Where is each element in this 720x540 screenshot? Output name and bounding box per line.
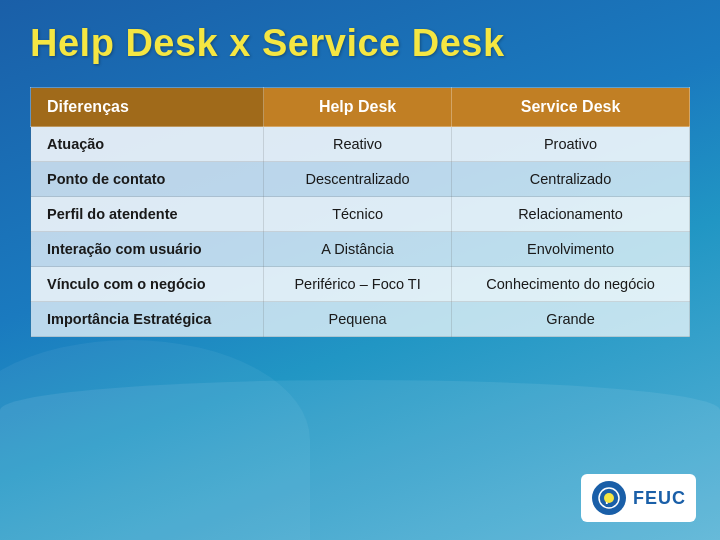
main-container: Help Desk x Service Desk Diferenças Help… [0, 0, 720, 357]
table-header-row: Diferenças Help Desk Service Desk [31, 88, 690, 127]
table-cell-r4-c1: Periférico – Foco TI [264, 267, 452, 302]
table-body: AtuaçãoReativoProativoPonto de contatoDe… [31, 127, 690, 337]
col-header-servicedesk: Service Desk [452, 88, 690, 127]
table-cell-r5-c2: Grande [452, 302, 690, 337]
page-title: Help Desk x Service Desk [30, 22, 690, 65]
table-cell-r4-c2: Conhecimento do negócio [452, 267, 690, 302]
logo-area: F FEUC [581, 474, 696, 522]
table-cell-r1-c1: Descentralizado [264, 162, 452, 197]
bg-decoration-2 [0, 340, 310, 540]
table-row: AtuaçãoReativoProativo [31, 127, 690, 162]
logo-box: F FEUC [581, 474, 696, 522]
table-row: Interação com usuárioA DistânciaEnvolvim… [31, 232, 690, 267]
table-cell-r4-c0: Vínculo com o negócio [31, 267, 264, 302]
col-header-diferencas: Diferenças [31, 88, 264, 127]
table-cell-r1-c0: Ponto de contato [31, 162, 264, 197]
svg-point-3 [604, 493, 614, 503]
table-cell-r3-c1: A Distância [264, 232, 452, 267]
comparison-table: Diferenças Help Desk Service Desk Atuaçã… [30, 87, 690, 337]
table-row: Vínculo com o negócioPeriférico – Foco T… [31, 267, 690, 302]
table-cell-r3-c2: Envolvimento [452, 232, 690, 267]
table-cell-r1-c2: Centralizado [452, 162, 690, 197]
table-cell-r2-c0: Perfil do atendente [31, 197, 264, 232]
table-cell-r0-c0: Atuação [31, 127, 264, 162]
table-cell-r2-c2: Relacionamento [452, 197, 690, 232]
logo-text: FEUC [633, 488, 686, 509]
table-cell-r0-c2: Proativo [452, 127, 690, 162]
col-header-helpdesk: Help Desk [264, 88, 452, 127]
table-cell-r5-c1: Pequena [264, 302, 452, 337]
table-row: Importância EstratégicaPequenaGrande [31, 302, 690, 337]
table-cell-r5-c0: Importância Estratégica [31, 302, 264, 337]
table-cell-r3-c0: Interação com usuário [31, 232, 264, 267]
table-cell-r0-c1: Reativo [264, 127, 452, 162]
table-row: Ponto de contatoDescentralizadoCentraliz… [31, 162, 690, 197]
feuc-logo-icon: F [591, 480, 627, 516]
table-row: Perfil do atendenteTécnicoRelacionamento [31, 197, 690, 232]
table-cell-r2-c1: Técnico [264, 197, 452, 232]
